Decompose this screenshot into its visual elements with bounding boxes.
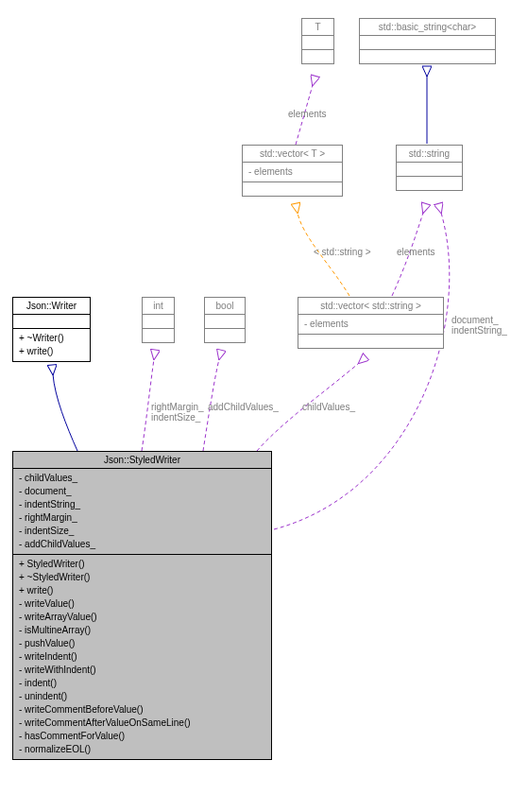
edge-label-elements2: elements xyxy=(397,247,435,257)
method: - hasCommentForValue() xyxy=(19,730,265,743)
class-basic-string[interactable]: std::basic_string<char> xyxy=(359,18,496,64)
attr: - document_ xyxy=(19,485,265,498)
edge-label-childvalues: childValues_ xyxy=(302,402,355,412)
attr: - rightMargin_ xyxy=(19,511,265,525)
class-title: std::basic_string<char> xyxy=(360,19,495,35)
method: + write() xyxy=(19,584,265,597)
method: - unindent() xyxy=(19,690,265,703)
class-title: std::vector< T > xyxy=(243,146,342,162)
attr: - elements xyxy=(248,165,336,179)
class-vector-T[interactable]: std::vector< T > - elements xyxy=(242,145,343,197)
methods-section: + StyledWriter() + ~StyledWriter() + wri… xyxy=(13,555,271,759)
uml-collaboration-diagram: T std::basic_string<char> std::vector< T… xyxy=(0,0,528,812)
class-title: std::string xyxy=(397,146,462,162)
method: - writeCommentBeforeValue() xyxy=(19,703,265,717)
method: - writeValue() xyxy=(19,597,265,611)
class-title: std::vector< std::string > xyxy=(298,298,443,314)
class-title: Json::Writer xyxy=(13,298,90,314)
method: + StyledWriter() xyxy=(19,558,265,571)
method: - indent() xyxy=(19,677,265,690)
method: + ~Writer() xyxy=(19,332,84,345)
class-bool[interactable]: bool xyxy=(204,297,246,343)
class-title: bool xyxy=(205,298,245,314)
edge-label-document: document_ indentString_ xyxy=(451,315,507,336)
class-title: Json::StyledWriter xyxy=(13,452,271,468)
method: - writeArrayValue() xyxy=(19,611,265,624)
class-title: int xyxy=(143,298,174,314)
method: - isMultineArray() xyxy=(19,624,265,637)
attr: - indentSize_ xyxy=(19,525,265,538)
edge-label-rightmargin: rightMargin_ indentSize_ xyxy=(151,402,204,423)
method: - writeWithIndent() xyxy=(19,664,265,677)
method: - writeCommentAfterValueOnSameLine() xyxy=(19,717,265,730)
method: - pushValue() xyxy=(19,637,265,650)
class-vector-string[interactable]: std::vector< std::string > - elements xyxy=(298,297,444,349)
class-json-writer[interactable]: Json::Writer + ~Writer() + write() xyxy=(12,297,91,362)
edge-label-elements: elements xyxy=(288,109,327,119)
method: + write() xyxy=(19,345,84,358)
attr: - addChildValues_ xyxy=(19,538,265,551)
attr: - elements xyxy=(304,318,437,331)
edge-label-template-str: < std::string > xyxy=(314,247,371,257)
class-int[interactable]: int xyxy=(142,297,175,343)
class-T[interactable]: T xyxy=(301,18,334,64)
method: + ~StyledWriter() xyxy=(19,571,265,584)
class-title: T xyxy=(302,19,333,35)
class-json-styledwriter[interactable]: Json::StyledWriter - childValues_ - docu… xyxy=(12,451,272,760)
class-std-string[interactable]: std::string xyxy=(396,145,463,191)
method: - writeIndent() xyxy=(19,650,265,664)
attr: - childValues_ xyxy=(19,472,265,485)
attr: - indentString_ xyxy=(19,498,265,511)
attributes-section: - childValues_ - document_ - indentStrin… xyxy=(13,469,271,554)
edge-label-addchild: addChildValues_ xyxy=(208,402,279,412)
method: - normalizeEOL() xyxy=(19,743,265,756)
